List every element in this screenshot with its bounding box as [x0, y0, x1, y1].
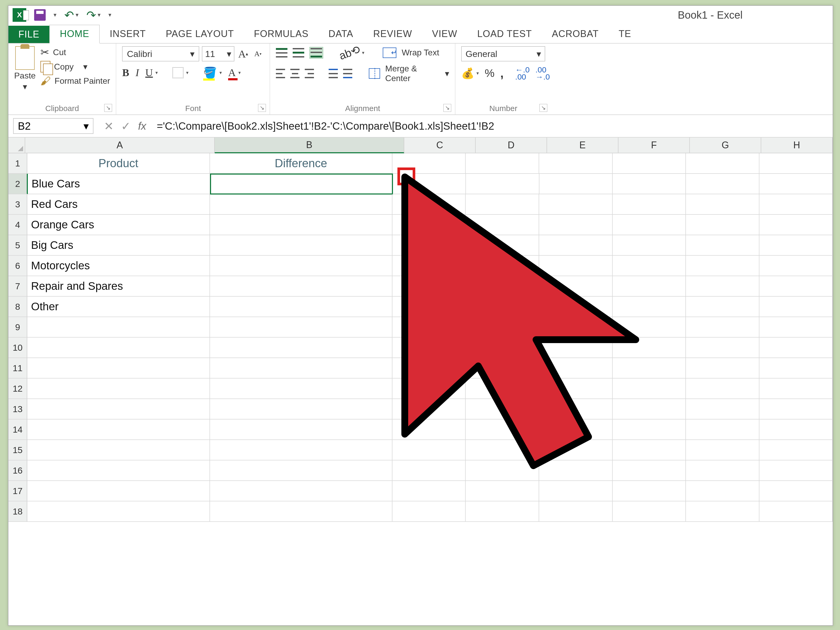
align-left-button[interactable] — [276, 69, 285, 78]
cell-A5[interactable]: Big Cars — [27, 235, 210, 256]
tab-acrobat[interactable]: ACROBAT — [542, 25, 608, 43]
paste-button[interactable]: Paste ▾ — [14, 46, 36, 92]
cell-D17[interactable] — [466, 481, 539, 501]
font-color-button[interactable]: A — [228, 66, 236, 79]
cell-G1[interactable] — [686, 153, 759, 174]
cell-A3[interactable]: Red Cars — [27, 194, 210, 215]
row-header[interactable]: 18 — [8, 501, 27, 522]
tab-home[interactable]: HOME — [49, 25, 100, 44]
alignment-launcher-icon[interactable]: ↘ — [444, 104, 451, 112]
cell-D2[interactable] — [466, 174, 539, 194]
tab-view[interactable]: VIEW — [422, 25, 467, 43]
cell-B18[interactable] — [210, 501, 392, 522]
orientation-button[interactable]: ab⟲ — [338, 43, 362, 63]
worksheet-grid[interactable]: ABCDEFGH 1ProductDifference2Blue Cars3Re… — [8, 137, 833, 522]
redo-button[interactable]: ↷▾ — [86, 8, 101, 22]
row-header[interactable]: 8 — [8, 297, 27, 317]
cell-E16[interactable] — [539, 460, 613, 481]
cell-A1[interactable]: Product — [27, 153, 210, 174]
cell-D15[interactable] — [466, 440, 539, 460]
cell-F8[interactable] — [613, 297, 686, 317]
font-size-select[interactable]: 11▾ — [202, 46, 234, 62]
cell-C6[interactable] — [392, 256, 466, 276]
undo-button[interactable]: ↶▾ — [64, 8, 79, 22]
cell-F1[interactable] — [613, 153, 686, 174]
cell-C5[interactable] — [392, 235, 466, 256]
number-format-select[interactable]: General▾ — [461, 46, 545, 62]
cell-G16[interactable] — [686, 460, 759, 481]
cell-F12[interactable] — [613, 379, 686, 399]
cell-A2[interactable]: Blue Cars — [28, 174, 210, 194]
tab-file[interactable]: FILE — [8, 26, 49, 43]
cell-A15[interactable] — [27, 440, 210, 460]
cell-G11[interactable] — [686, 358, 759, 379]
cell-B3[interactable] — [210, 194, 392, 215]
cell-B8[interactable] — [210, 297, 392, 317]
cell-C15[interactable] — [392, 440, 466, 460]
cell-F13[interactable] — [613, 399, 686, 420]
cell-F10[interactable] — [613, 338, 686, 358]
cell-C12[interactable] — [392, 379, 466, 399]
cell-A18[interactable] — [27, 501, 210, 522]
cell-D11[interactable] — [466, 358, 539, 379]
copy-button[interactable]: Copy ▾ — [40, 61, 110, 73]
cell-G6[interactable] — [686, 256, 759, 276]
column-header-D[interactable]: D — [476, 137, 547, 153]
cell-B7[interactable] — [210, 276, 392, 297]
insert-function-button[interactable]: fx — [138, 120, 146, 132]
cell-H18[interactable] — [759, 501, 833, 522]
cell-D7[interactable] — [466, 276, 539, 297]
cell-F6[interactable] — [613, 256, 686, 276]
align-bottom-button[interactable] — [309, 47, 323, 58]
cell-G5[interactable] — [686, 235, 759, 256]
cell-F17[interactable] — [613, 481, 686, 501]
cell-A4[interactable]: Orange Cars — [27, 215, 210, 235]
cell-E7[interactable] — [539, 276, 613, 297]
row-header[interactable]: 3 — [8, 194, 27, 215]
formula-input[interactable]: ='C:\Compare\[Book2.xls]Sheet1'!B2-'C:\C… — [152, 120, 833, 132]
cut-button[interactable]: ✂Cut — [40, 46, 110, 58]
italic-button[interactable]: I — [136, 66, 139, 79]
decrease-decimal-button[interactable]: .00→.0 — [535, 66, 550, 81]
row-header[interactable]: 17 — [8, 481, 27, 501]
cell-H8[interactable] — [759, 297, 833, 317]
select-all-corner[interactable] — [8, 137, 25, 153]
cell-F3[interactable] — [613, 194, 686, 215]
cell-H2[interactable] — [759, 174, 833, 194]
cell-A12[interactable] — [27, 379, 210, 399]
cell-H1[interactable] — [759, 153, 833, 174]
fill-color-button[interactable]: 🪣 — [203, 66, 217, 79]
cell-C3[interactable] — [392, 194, 466, 215]
cell-C14[interactable] — [392, 420, 466, 440]
cell-C10[interactable] — [392, 338, 466, 358]
cell-C7[interactable] — [392, 276, 466, 297]
cell-A10[interactable] — [27, 338, 210, 358]
cell-F9[interactable] — [613, 317, 686, 338]
decrease-indent-button[interactable] — [328, 69, 338, 78]
align-center-button[interactable] — [291, 69, 300, 78]
cell-C4[interactable] — [392, 215, 466, 235]
cell-E13[interactable] — [539, 399, 613, 420]
cell-B13[interactable] — [210, 399, 392, 420]
column-header-B[interactable]: B — [215, 137, 404, 153]
row-header[interactable]: 9 — [8, 317, 27, 338]
cell-C9[interactable] — [392, 317, 466, 338]
cell-G8[interactable] — [686, 297, 759, 317]
cell-H11[interactable] — [759, 358, 833, 379]
cell-H10[interactable] — [759, 338, 833, 358]
qat-dropdown-icon[interactable]: ▾ — [54, 11, 57, 18]
cell-A17[interactable] — [27, 481, 210, 501]
cell-G9[interactable] — [686, 317, 759, 338]
customize-qat-icon[interactable]: ▾ — [108, 11, 111, 18]
cell-D10[interactable] — [466, 338, 539, 358]
cell-A16[interactable] — [27, 460, 210, 481]
row-header[interactable]: 15 — [8, 440, 27, 460]
cell-F2[interactable] — [613, 174, 686, 194]
cell-E9[interactable] — [539, 317, 613, 338]
cell-D8[interactable] — [466, 297, 539, 317]
excel-app-icon[interactable]: X — [13, 8, 26, 22]
column-header-C[interactable]: C — [404, 137, 476, 153]
cell-D6[interactable] — [466, 256, 539, 276]
save-icon[interactable] — [34, 9, 46, 21]
cell-H3[interactable] — [759, 194, 833, 215]
